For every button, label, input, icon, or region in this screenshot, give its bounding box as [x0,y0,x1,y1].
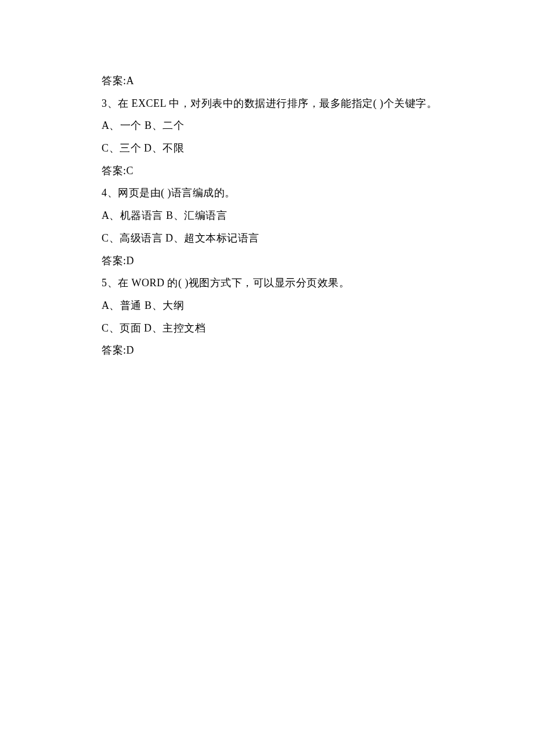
answer-line-q2: 答案:A [102,70,432,92]
question-3-options-cd: C、三个 D、不限 [102,137,432,160]
question-5-options-cd: C、页面 D、主控文档 [102,317,432,340]
question-5-options-ab: A、普通 B、大纲 [102,294,432,317]
question-4-options-ab: A、机器语言 B、汇编语言 [102,204,432,227]
question-4-options-cd: C、高级语言 D、超文本标记语言 [102,227,432,250]
question-4-text: 4、网页是由( )语言编成的。 [102,182,432,204]
question-5-text: 5、在 WORD 的( )视图方式下，可以显示分页效果。 [102,272,432,294]
answer-line-q4: 答案:D [102,250,432,272]
document-page: 答案:A 3、在 EXCEL 中，对列表中的数据进行排序，最多能指定( )个关键… [0,0,534,362]
question-3-text: 3、在 EXCEL 中，对列表中的数据进行排序，最多能指定( )个关键字。 [102,92,432,115]
answer-line-q5: 答案:D [102,339,432,362]
answer-line-q3: 答案:C [102,160,432,182]
question-3-options-ab: A、一个 B、二个 [102,114,432,137]
